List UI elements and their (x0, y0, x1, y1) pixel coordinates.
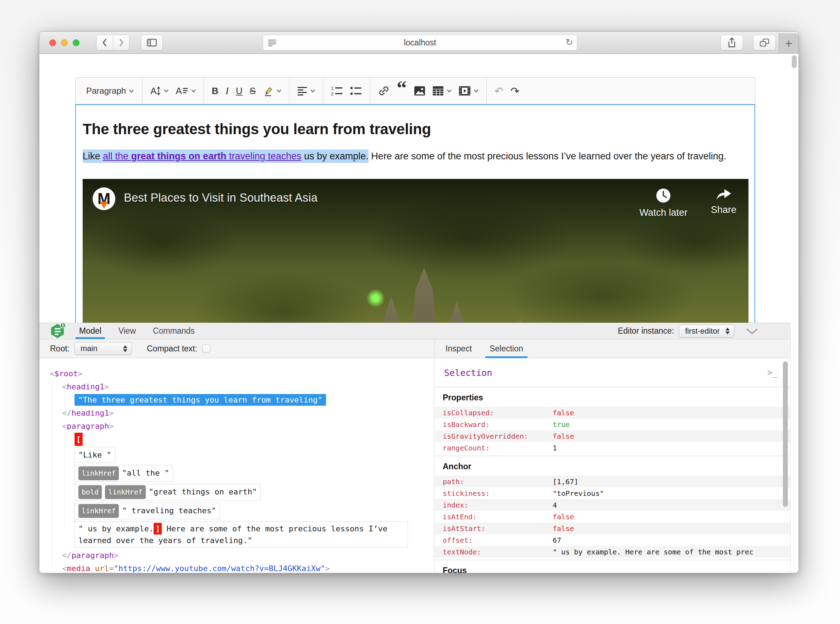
insert-table-button[interactable] (429, 82, 455, 100)
link-great-things[interactable]: great things on earth (131, 150, 227, 163)
close-button[interactable] (49, 39, 56, 46)
root-label: Root: (50, 344, 69, 354)
selection-panel: Selection >_ Properties isCollapsed:fals… (435, 358, 790, 573)
redo-button[interactable]: ↷ (507, 82, 523, 100)
alignment-button[interactable] (294, 82, 319, 100)
tree-text-great-things[interactable]: boldlinkHref"great things on earth" (74, 483, 434, 502)
editor-instance-select[interactable]: first-editor (679, 325, 734, 338)
font-family-button[interactable]: A (172, 82, 199, 100)
bulleted-list-button[interactable] (347, 82, 366, 100)
tree-text-all-the[interactable]: linkHref"all the " (74, 464, 434, 483)
highlighter-icon (263, 85, 273, 96)
undo-button[interactable]: ↶ (491, 82, 507, 100)
strikethrough-button[interactable]: S (246, 82, 259, 100)
tree-node-media-open[interactable]: <mediaurl="https://www.youtube.com/watch… (62, 562, 434, 573)
back-button[interactable] (97, 35, 113, 50)
sidebar-icon (147, 39, 157, 46)
toolbar-separator (203, 78, 204, 104)
underline-button[interactable]: U (232, 82, 246, 100)
tree-node-heading1-close[interactable]: </heading1> (62, 406, 434, 420)
tab-commands[interactable]: Commands (152, 323, 196, 339)
chevron-down-icon (164, 90, 168, 92)
tab-model[interactable]: Model (79, 323, 102, 339)
share-video-button[interactable]: Share (711, 187, 737, 218)
root-select[interactable]: main (74, 342, 132, 355)
tree-node-paragraph-close[interactable]: </paragraph> (62, 549, 434, 562)
link-button[interactable] (375, 82, 393, 100)
chevron-right-icon (119, 38, 124, 47)
selection-end-marker: ] (154, 523, 162, 534)
collapse-inspector-button[interactable] (746, 328, 758, 334)
toolbar-separator (323, 78, 323, 104)
property-row: stickiness:"toPrevious" (435, 487, 790, 499)
anchor-section: Anchor path:[1,67] stickiness:"toPreviou… (435, 456, 790, 558)
tab-inspect[interactable]: Inspect (444, 339, 473, 358)
focus-section-title: Focus (435, 560, 790, 573)
inspector-subheader: Root: main Compact text: Inspect Selecti… (39, 339, 790, 358)
nav-buttons (96, 35, 129, 50)
youtube-embed[interactable]: M Best Places to Visit in Southeast Asia… (83, 179, 749, 323)
heading-dropdown[interactable]: Paragraph (82, 82, 138, 100)
property-row: isCollapsed:false (435, 407, 790, 419)
highlight-button[interactable] (259, 82, 285, 100)
attribute-badge-linkhref: linkHref (105, 485, 145, 499)
editor-toolbar: Paragraph A A (75, 77, 755, 104)
selection-panel-scrollbar[interactable] (783, 361, 788, 507)
tab-overview-button[interactable] (753, 35, 776, 50)
minimize-button[interactable] (61, 39, 68, 46)
inspector-header-right: Editor instance: first-editor (618, 325, 758, 338)
font-size-button[interactable]: A (147, 82, 172, 100)
compact-text-checkbox[interactable] (202, 344, 210, 353)
reader-icon[interactable] (268, 39, 276, 48)
font-size-icon (156, 86, 161, 96)
tree-text-traveling-teaches[interactable]: linkHref" traveling teaches" (74, 502, 434, 521)
tree-text-like[interactable]: "Like " (74, 446, 434, 464)
toolbar-separator (142, 78, 143, 104)
channel-avatar[interactable]: M (92, 187, 115, 210)
sidebar-button[interactable] (141, 35, 163, 50)
editor-content[interactable]: The three greatest things you learn from… (75, 104, 755, 323)
tab-view[interactable]: View (118, 323, 137, 339)
anchor-section-title: Anchor (435, 456, 790, 476)
watch-later-button[interactable]: Watch later (639, 187, 687, 218)
attribute-badge-linkhref: linkHref (79, 466, 119, 480)
media-embed-button[interactable] (455, 82, 482, 100)
blockquote-button[interactable]: “ (393, 82, 410, 100)
forward-button[interactable] (113, 35, 129, 50)
tree-node-paragraph-open[interactable]: <paragraph> (62, 420, 434, 432)
link-all-the[interactable]: all the (103, 150, 131, 163)
log-to-console-button[interactable]: >_ (767, 368, 778, 378)
image-icon (414, 85, 425, 96)
share-icon (727, 37, 736, 48)
properties-section: Properties isCollapsed:false isBackward:… (435, 387, 790, 454)
bold-button[interactable]: B (208, 82, 222, 100)
chevron-down-icon (277, 90, 281, 92)
browser-viewport: Paragraph A A (39, 54, 798, 573)
document-heading[interactable]: The three greatest things you learn from… (83, 120, 748, 138)
insert-image-button[interactable] (410, 82, 429, 100)
tree-text-tail[interactable]: " us by example.] Here are some of the m… (74, 521, 434, 549)
address-bar[interactable]: localhost ↻ (263, 35, 577, 50)
browser-scrollbar[interactable] (792, 56, 797, 68)
table-icon (432, 86, 444, 96)
svg-text:2: 2 (331, 91, 333, 96)
document-paragraph[interactable]: Like all the great things on earth trave… (83, 150, 744, 162)
fullscreen-button[interactable] (73, 39, 79, 46)
tab-selection[interactable]: Selection (488, 339, 525, 358)
tabs-icon (760, 39, 769, 46)
bulleted-list-icon (350, 86, 362, 96)
italic-button[interactable]: I (222, 82, 232, 100)
numbered-list-button[interactable]: 1 2 (327, 82, 347, 100)
property-row: textNode:" us by example. Here are some … (435, 546, 790, 558)
model-controls: Root: main Compact text: (50, 342, 210, 355)
reload-button[interactable]: ↻ (566, 37, 573, 48)
link-traveling-teaches[interactable]: traveling teaches (226, 150, 302, 163)
tree-node-root[interactable]: <$root> (50, 367, 434, 380)
new-tab-button[interactable]: + (778, 33, 798, 54)
tree-node-heading1-open[interactable]: <heading1> (62, 380, 434, 393)
share-button[interactable] (720, 35, 743, 50)
chevron-down-icon (447, 90, 452, 92)
tree-node-heading-text[interactable]: "The three greatest things you learn fro… (74, 393, 434, 406)
traffic-lights (49, 39, 79, 46)
video-title[interactable]: Best Places to Visit in Southeast Asia (124, 191, 318, 204)
